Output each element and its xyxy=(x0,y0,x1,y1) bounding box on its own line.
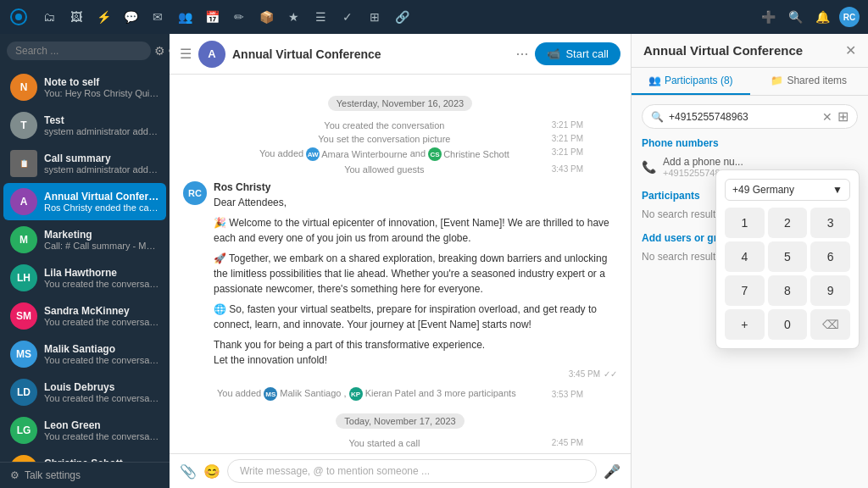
emoji-icon[interactable]: 😊 xyxy=(203,463,220,480)
numpad-popup: +49 Germany ▼ 1 2 3 4 5 6 7 8 9 + 0 ⌫ xyxy=(715,169,860,349)
conv-name: Sandra McKinney xyxy=(44,305,159,317)
settings-label: Talk settings xyxy=(25,469,81,481)
filter-icon[interactable]: ⚙ xyxy=(154,41,165,61)
numpad-key-plus[interactable]: + xyxy=(725,309,765,340)
conv-preview: You created the conversation xyxy=(44,393,159,403)
more-options-icon[interactable]: ··· xyxy=(515,45,528,63)
sidebar-item-annual-virtual[interactable]: A Annual Virtual Conference Ros Christy … xyxy=(3,183,166,220)
start-call-button[interactable]: 📹 Start call xyxy=(535,42,620,65)
nav-icon-tasks[interactable]: ✓ xyxy=(336,5,359,29)
numpad-key-6[interactable]: 6 xyxy=(810,241,850,272)
nav-icon-news[interactable]: ☰ xyxy=(309,5,332,29)
tab-participants[interactable]: 👥 Participants (8) xyxy=(632,68,750,95)
country-select[interactable]: +49 Germany ▼ xyxy=(725,179,850,201)
sidebar-item-christine[interactable]: CS Christine Schott Hey Ros Christy Quic… xyxy=(3,450,166,462)
nav-icon-calendar[interactable]: 📅 xyxy=(200,5,224,29)
nav-icon-link[interactable]: 🔗 xyxy=(390,5,414,29)
date-divider-today: Today, November 17, 2023 xyxy=(183,413,617,428)
talk-settings-button[interactable]: ⚙ Talk settings xyxy=(0,462,170,488)
right-panel-header: Annual Virtual Conference ✕ xyxy=(632,34,868,68)
message-bubble: Dear Attendees, 🎉 Welcome to the virtual… xyxy=(214,195,617,368)
nav-icon-notes[interactable]: ✏ xyxy=(227,5,251,29)
sidebar-item-sandra[interactable]: SM Sandra McKinney You created the conve… xyxy=(3,297,166,335)
numpad-key-5[interactable]: 5 xyxy=(768,241,808,272)
hamburger-button[interactable]: ☰ xyxy=(180,46,192,62)
nav-icon-activity[interactable]: ⚡ xyxy=(92,5,115,29)
participants-icon: 👥 xyxy=(648,75,661,86)
sidebar-item-note-to-self[interactable]: N Note to self You: Hey Ros Christy Quic… xyxy=(3,69,166,106)
message-row: RC Ros Christy Dear Attendees, 🎉 Welcome… xyxy=(183,181,617,379)
avatar: LG xyxy=(10,417,37,444)
nav-icon-talk[interactable]: 💬 xyxy=(119,5,142,29)
nav-icon-user-menu[interactable]: RC xyxy=(837,5,861,29)
sender-avatar: RC xyxy=(183,181,207,205)
chevron-down-icon: ▼ xyxy=(832,184,843,196)
numpad-key-8[interactable]: 8 xyxy=(768,275,808,306)
shared-items-icon: 📁 xyxy=(771,75,783,86)
avatar: 📋 xyxy=(10,150,37,177)
nav-icon-contacts[interactable]: 👥 xyxy=(173,5,197,29)
clear-search-button[interactable]: ✕ xyxy=(822,110,832,124)
nav-icon-bookmarks[interactable]: ★ xyxy=(281,5,305,29)
chat-header: ☰ A Annual Virtual Conference ··· 📹 Star… xyxy=(170,34,631,75)
chat-header-title: Annual Virtual Conference xyxy=(232,47,509,61)
numpad-key-0[interactable]: 0 xyxy=(768,309,808,340)
sidebar-item-louis[interactable]: LD Louis Debruys You created the convers… xyxy=(3,374,166,411)
messages-area[interactable]: Yesterday, November 16, 2023 You created… xyxy=(170,75,631,453)
tab-shared-items[interactable]: 📁 Shared items xyxy=(750,68,869,95)
microphone-icon[interactable]: 🎤 xyxy=(604,463,620,480)
avatar: SM xyxy=(10,302,37,330)
numpad-key-9[interactable]: 9 xyxy=(810,275,850,306)
attachment-icon[interactable]: 📎 xyxy=(180,463,197,480)
numpad-key-4[interactable]: 4 xyxy=(725,241,765,272)
avatar: N xyxy=(10,74,37,101)
search-participants-input[interactable] xyxy=(669,111,817,123)
nav-icon-files[interactable]: 🗂 xyxy=(37,5,61,29)
sidebar-item-marketing[interactable]: M Marketing Call: # Call summary - Marke… xyxy=(3,221,166,258)
avatar: T xyxy=(10,112,37,139)
message-body2: 🚀 Together, we embark on a shared explor… xyxy=(214,251,617,297)
numpad-key-1[interactable]: 1 xyxy=(725,208,765,238)
video-icon: 📹 xyxy=(547,47,560,60)
numpad-key-7[interactable]: 7 xyxy=(725,275,765,306)
message-content: Ros Christy Dear Attendees, 🎉 Welcome to… xyxy=(214,181,617,379)
app-logo[interactable] xyxy=(7,5,31,29)
conv-preview: You created the conversation xyxy=(44,279,159,289)
dialpad-button[interactable]: ⊞ xyxy=(837,108,849,125)
numpad-key-backspace[interactable]: ⌫ xyxy=(810,309,850,340)
conv-name: Leon Green xyxy=(44,419,159,431)
chat-header-avatar: A xyxy=(198,41,225,68)
added-message-time: 3:53 PM xyxy=(552,390,583,399)
message-body5: Let the innovation unfold! xyxy=(214,352,617,368)
nav-icon-add[interactable]: ➕ xyxy=(756,5,780,29)
nav-icon-notifications[interactable]: 🔔 xyxy=(810,5,834,29)
sidebar-item-malik[interactable]: MS Malik Santiago You created the conver… xyxy=(3,336,166,373)
conv-name: Note to self xyxy=(44,76,159,88)
nav-icon-mail[interactable]: ✉ xyxy=(146,5,170,29)
nav-icon-deck[interactable]: 📦 xyxy=(254,5,278,29)
system-message-picture: You set the conversation picture 3:21 PM xyxy=(183,134,617,144)
close-panel-button[interactable]: ✕ xyxy=(845,42,856,58)
sidebar-item-test[interactable]: T Test system administrator added ... xyxy=(3,107,166,144)
conv-text: Annual Virtual Conference Ros Christy en… xyxy=(44,191,159,213)
mini-avatar-christine: CS xyxy=(428,147,442,161)
avatar: LD xyxy=(10,379,37,406)
panel-tabs: 👥 Participants (8) 📁 Shared items xyxy=(632,68,868,96)
sidebar-item-lila[interactable]: LH Lila Hawthorne You created the conver… xyxy=(3,259,166,297)
nav-icon-search[interactable]: 🔍 xyxy=(783,5,807,29)
message-input[interactable] xyxy=(227,459,597,483)
avatar: LH xyxy=(10,264,37,291)
search-input[interactable] xyxy=(7,42,151,60)
nav-icon-grid[interactable]: ⊞ xyxy=(363,5,387,29)
system-message-started-call: You started a call 2:45 PM xyxy=(183,438,617,448)
sidebar-item-call-summary[interactable]: 📋 Call summary system administrator adde… xyxy=(3,145,166,182)
mini-avatar-malik: MS xyxy=(264,387,277,401)
conv-name: Test xyxy=(44,114,159,126)
sidebar-item-leon[interactable]: LG Leon Green You created the conversati… xyxy=(3,412,166,449)
conv-preview: You: Hey Ros Christy Quick u... xyxy=(44,88,159,98)
chat-input-bar: 📎 😊 🎤 xyxy=(170,453,631,488)
conv-preview: system administrator added ... xyxy=(44,126,159,136)
numpad-key-2[interactable]: 2 xyxy=(768,208,808,238)
numpad-key-3[interactable]: 3 xyxy=(810,208,850,238)
nav-icon-photos[interactable]: 🖼 xyxy=(64,5,88,29)
